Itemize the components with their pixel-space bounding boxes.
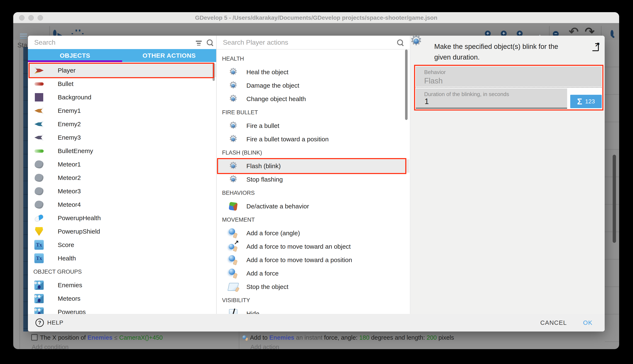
background-icon <box>34 93 44 102</box>
action-row-deactivate-behavior[interactable]: De/activate a behavior <box>217 200 410 213</box>
event-sheet-right-edge <box>605 40 619 349</box>
search-icon <box>207 40 213 45</box>
action-row-fire-bullet-position[interactable]: Fire a bullet toward a position <box>217 132 410 146</box>
object-row-bullet[interactable]: Bullet <box>28 77 216 90</box>
action-row-heal[interactable]: Heal the object <box>217 66 410 79</box>
behavior-field[interactable]: Behavior Flash <box>416 66 602 86</box>
object-row-poweruphealth[interactable]: PowerupHealth <box>28 211 216 225</box>
group-row-powerups[interactable]: Powerups <box>28 305 216 314</box>
help-button[interactable]: HELP <box>36 314 63 332</box>
gear-icon <box>228 81 238 90</box>
action-row-stop-object[interactable]: Stop the object <box>217 280 410 294</box>
choose-action-dialog: OBJECTS OTHER ACTIONS Player Bullet Back… <box>28 36 605 332</box>
text-object-icon: Tx <box>34 240 44 250</box>
object-row-background[interactable]: Background <box>28 90 216 104</box>
object-search-bar <box>28 36 216 50</box>
window-title: GDevelop 5 - /Users/dkarakay/Documents/G… <box>13 14 619 21</box>
gear-icon <box>228 175 238 184</box>
expression-editor-button[interactable]: Σ 123 <box>570 95 602 108</box>
object-list: Player Bullet Background Enemy1 Enemy2 E… <box>28 62 216 314</box>
section-header-flash: FLASH (BLINK) <box>217 146 410 159</box>
action-row-flash-blink[interactable]: Flash (blink) <box>217 159 410 173</box>
object-tabs: OBJECTS OTHER ACTIONS <box>28 49 216 62</box>
object-group-icon <box>34 308 44 314</box>
help-icon <box>36 318 44 327</box>
object-groups-header: OBJECT GROUPS <box>28 265 216 278</box>
action-row-fire-bullet[interactable]: Fire a bullet <box>217 119 410 132</box>
toolbar-divider <box>549 26 550 37</box>
force-icon <box>228 228 238 238</box>
behavior-field-value: Flash <box>424 76 443 85</box>
action-search-input[interactable] <box>217 36 358 46</box>
action-row-damage[interactable]: Damage the object <box>217 79 410 92</box>
force-toward-object-icon <box>228 242 238 252</box>
object-row-health[interactable]: Tx Health <box>28 252 216 265</box>
checkbox-icon[interactable] <box>31 334 38 340</box>
event-condition[interactable]: The X position of Enemies ≤ CameraX()+45… <box>31 334 163 341</box>
add-action-link[interactable]: Add action <box>250 344 279 349</box>
section-header-movement: MOVEMENT <box>217 213 410 226</box>
action-list-scrollbar[interactable] <box>405 50 408 120</box>
object-search-input[interactable] <box>28 36 166 46</box>
duration-field[interactable]: Duration of the blinking, in seconds <box>416 88 567 108</box>
condition-action-divider <box>239 332 239 349</box>
gear-icon <box>228 121 238 131</box>
meteor-icon <box>34 201 44 209</box>
cancel-button[interactable]: CANCEL <box>540 314 567 332</box>
delete-event-icon[interactable] <box>556 30 558 36</box>
add-condition-link[interactable]: Add condition <box>32 344 69 349</box>
force-icon <box>228 268 238 278</box>
scene-tab[interactable]: Sta <box>18 42 27 49</box>
object-row-meteor4[interactable]: Meteor4 <box>28 198 216 211</box>
tab-other-actions[interactable]: OTHER ACTIONS <box>122 49 216 62</box>
meteor-icon <box>34 174 44 182</box>
object-row-enemy1[interactable]: Enemy1 <box>28 104 216 118</box>
enemy2-ship-icon <box>34 120 44 128</box>
behavior-icon <box>228 202 238 210</box>
object-row-enemy2[interactable]: Enemy2 <box>28 118 216 131</box>
action-row-stop-flashing[interactable]: Stop flashing <box>217 173 410 186</box>
action-row-change-health[interactable]: Change object health <box>217 92 410 106</box>
section-header-fire-bullet: FIRE BULLET <box>217 106 410 119</box>
behavior-field-label: Behavior <box>424 69 446 76</box>
tab-objects[interactable]: OBJECTS <box>28 49 122 62</box>
enemy1-ship-icon <box>34 107 44 115</box>
event-sheet-scrollbar[interactable] <box>613 155 616 243</box>
open-in-new-icon[interactable] <box>591 43 599 51</box>
toolbar-divider <box>49 26 50 37</box>
object-row-powerupshield[interactable]: PowerupShield <box>28 225 216 238</box>
object-row-bulletenemy[interactable]: BulletEnemy <box>28 144 216 158</box>
gear-icon <box>228 134 238 144</box>
action-row-force-toward-position[interactable]: Add a force to move toward a position <box>217 253 410 267</box>
object-row-score[interactable]: Tx Score <box>28 238 216 252</box>
hide-icon <box>228 309 238 314</box>
action-row-add-force-angle[interactable]: Add a force (angle) <box>217 226 410 240</box>
meteor-icon <box>34 160 44 168</box>
action-row-force-toward-object[interactable]: Add a force to move toward an object <box>217 240 410 253</box>
action-row-add-force[interactable]: Add a force <box>217 267 410 280</box>
action-row-hide[interactable]: Hide <box>217 307 410 314</box>
action-search-bar <box>217 36 410 50</box>
object-row-meteor3[interactable]: Meteor3 <box>28 184 216 198</box>
event-action[interactable]: Add to Enemies an instant force, angle: … <box>242 334 454 341</box>
object-row-meteor1[interactable]: Meteor1 <box>28 158 216 171</box>
shield-icon <box>34 227 44 236</box>
ok-button[interactable]: OK <box>583 314 592 332</box>
duration-field-label: Duration of the blinking, in seconds <box>424 91 509 98</box>
group-row-meteors[interactable]: Meteors <box>28 292 216 305</box>
object-row-enemy3[interactable]: Enemy3 <box>28 131 216 144</box>
duration-input[interactable] <box>424 97 546 106</box>
action-description: Make the specified object(s) blink for t… <box>434 41 573 62</box>
object-list-scrollbar[interactable] <box>213 63 215 81</box>
gear-icon <box>228 67 238 77</box>
object-row-player[interactable]: Player <box>28 64 216 77</box>
filter-icon[interactable] <box>196 41 202 45</box>
stop-object-icon <box>228 283 238 291</box>
search-icon[interactable] <box>610 30 613 36</box>
parameters-annotation: Behavior Flash Duration of the blinking,… <box>414 65 603 110</box>
sigma-icon: Σ <box>577 97 582 106</box>
event-sheet-row: The X position of Enemies ≤ CameraX()+45… <box>28 332 605 349</box>
group-row-enemies[interactable]: Enemies <box>28 278 216 292</box>
force-icon <box>228 255 238 265</box>
object-row-meteor2[interactable]: Meteor2 <box>28 171 216 184</box>
